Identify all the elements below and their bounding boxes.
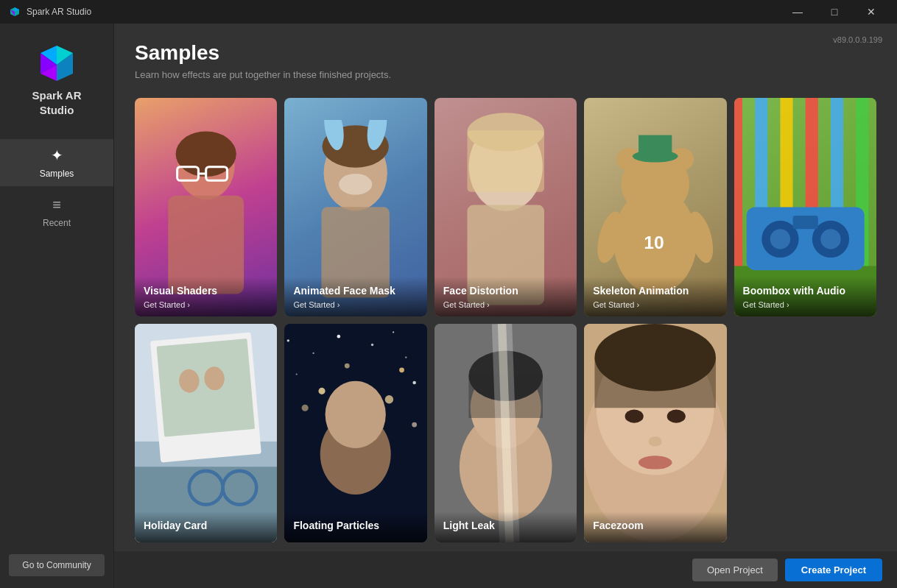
card-animated-face-mask-link: Get Started › (293, 300, 418, 309)
open-project-button[interactable]: Open Project (692, 559, 778, 581)
maximize-button[interactable]: □ (817, 0, 851, 24)
card-light-leak[interactable]: Light Leak (435, 324, 577, 542)
svg-point-64 (296, 373, 298, 375)
card-boombox-with-audio-overlay: Boombox with Audio Get Started › (734, 277, 876, 316)
svg-point-69 (319, 388, 326, 394)
svg-point-74 (412, 422, 418, 428)
bottom-bar: Open Project Create Project (114, 551, 897, 588)
main-title: Samples (135, 41, 876, 65)
close-button[interactable]: ✕ (854, 0, 888, 24)
svg-point-61 (337, 335, 341, 339)
svg-point-71 (385, 395, 393, 403)
sidebar-app-name: Spark AR Studio (32, 88, 82, 117)
svg-point-87 (625, 410, 644, 423)
recent-icon: ≡ (52, 196, 61, 213)
card-light-leak-title: Light Leak (443, 519, 568, 532)
card-visual-shaders-overlay: Visual Shaders Get Started › (135, 277, 277, 316)
card-face-distortion-link: Get Started › (443, 300, 568, 309)
sidebar-logo (33, 38, 80, 88)
main-content: v89.0.0.9.199 Samples Learn how effects … (114, 24, 897, 588)
sidebar-nav: ✦ Samples ≡ Recent (0, 139, 113, 235)
card-face-distortion-overlay: Face Distortion Get Started › (435, 277, 577, 316)
community-button[interactable]: Go to Community (9, 554, 104, 576)
card-skeleton-animation-overlay: Skeleton Animation Get Started › (584, 277, 726, 316)
card-facezoom-title: Facezoom (593, 519, 717, 532)
titlebar-left: Spark AR Studio (9, 6, 91, 18)
card-holiday-card[interactable]: Holiday Card (135, 324, 277, 542)
svg-rect-24 (467, 130, 544, 192)
svg-point-68 (326, 381, 386, 448)
card-facezoom-overlay: Facezoom (584, 511, 726, 542)
card-face-distortion-title: Face Distortion (443, 284, 568, 297)
sidebar-item-recent[interactable]: ≡ Recent (0, 189, 113, 235)
card-skeleton-animation-title: Skeleton Animation (593, 284, 717, 297)
svg-point-60 (313, 353, 314, 354)
main-subtitle: Learn how effects are put together in th… (135, 69, 876, 80)
sidebar-item-samples-label: Samples (40, 169, 74, 179)
svg-point-72 (399, 367, 404, 372)
svg-point-63 (405, 357, 407, 358)
card-skeleton-animation[interactable]: 10 Skeleton Animation Get Started › (584, 98, 726, 316)
app-icon (9, 6, 21, 18)
card-animated-face-mask[interactable]: Animated Face Mask Get Started › (284, 98, 426, 316)
card-animated-face-mask-title: Animated Face Mask (293, 284, 418, 297)
card-floating-particles-overlay: Floating Particles (284, 511, 426, 542)
sidebar: Spark AR Studio ✦ Samples ≡ Recent Go to… (0, 24, 114, 588)
card-skeleton-animation-link: Get Started › (593, 300, 717, 309)
card-light-leak-overlay: Light Leak (435, 511, 577, 542)
svg-rect-53 (156, 339, 255, 437)
card-floating-particles-title: Floating Particles (293, 519, 418, 532)
samples-icon: ✦ (51, 146, 63, 164)
svg-point-45 (770, 229, 789, 249)
samples-grid: Visual Shaders Get Started › (114, 89, 897, 551)
svg-point-88 (667, 410, 686, 423)
card-face-distortion[interactable]: Face Distortion Get Started › (435, 98, 577, 316)
card-holiday-card-title: Holiday Card (144, 519, 268, 532)
minimize-button[interactable]: — (781, 0, 815, 24)
card-floating-particles[interactable]: Floating Particles (284, 324, 426, 542)
card-facezoom[interactable]: Facezoom (584, 324, 726, 542)
titlebar: Spark AR Studio — □ ✕ (0, 0, 897, 24)
main-header: v89.0.0.9.199 Samples Learn how effects … (114, 24, 897, 89)
card-visual-shaders-title: Visual Shaders (144, 284, 268, 297)
svg-point-59 (287, 339, 289, 341)
svg-point-47 (820, 229, 840, 249)
svg-rect-30 (639, 135, 672, 157)
titlebar-controls: — □ ✕ (781, 0, 888, 24)
svg-text:10: 10 (644, 232, 664, 252)
card-visual-shaders[interactable]: Visual Shaders Get Started › (135, 98, 277, 316)
card-animated-face-mask-overlay: Animated Face Mask Get Started › (284, 277, 426, 316)
app-body: Spark AR Studio ✦ Samples ≡ Recent Go to… (0, 24, 897, 588)
card-visual-shaders-link: Get Started › (144, 300, 268, 309)
svg-rect-48 (792, 216, 817, 229)
sidebar-bottom: Go to Community (0, 554, 113, 588)
svg-point-20 (339, 174, 372, 195)
create-project-button[interactable]: Create Project (785, 559, 882, 581)
svg-point-90 (639, 456, 672, 469)
svg-point-66 (393, 331, 394, 333)
card-boombox-with-audio-link: Get Started › (743, 300, 868, 309)
card-holiday-card-overlay: Holiday Card (135, 511, 277, 542)
svg-point-70 (345, 364, 350, 369)
svg-point-73 (302, 405, 309, 411)
version-label: v89.0.0.9.199 (833, 35, 882, 44)
titlebar-title: Spark AR Studio (27, 7, 91, 17)
svg-rect-86 (595, 358, 716, 408)
card-boombox-with-audio-title: Boombox with Audio (743, 284, 868, 297)
svg-point-89 (649, 436, 662, 447)
sidebar-item-recent-label: Recent (43, 218, 71, 228)
sidebar-item-samples[interactable]: ✦ Samples (0, 139, 113, 186)
card-boombox-with-audio[interactable]: Boombox with Audio Get Started › (734, 98, 876, 316)
svg-point-65 (413, 381, 417, 385)
svg-point-62 (371, 344, 373, 346)
